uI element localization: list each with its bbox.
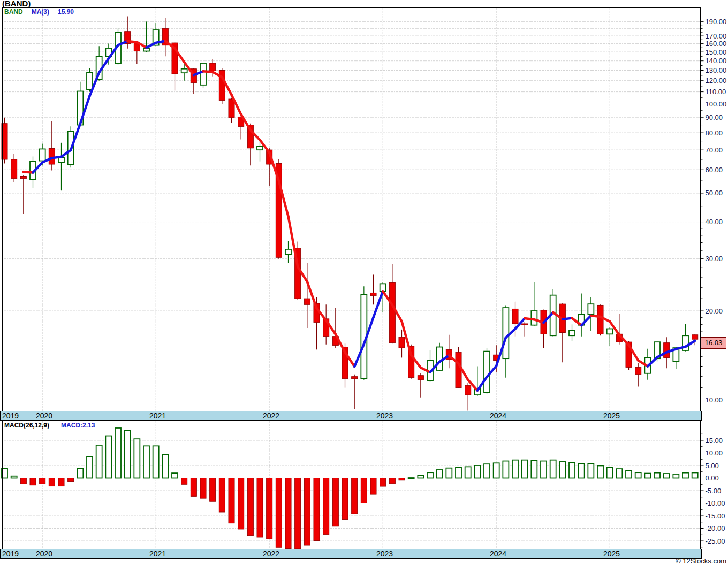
macd-bar-2025-05 [644, 474, 650, 478]
macd-bar-2022-09 [342, 478, 348, 520]
candle-2023-12 [484, 348, 490, 394]
svg-text:-5.00: -5.00 [706, 487, 722, 495]
macd-bar-2022-12 [370, 478, 376, 495]
candle-2023-10 [465, 383, 471, 410]
svg-text:80.00: 80.00 [706, 129, 723, 137]
candle-2022-03 [285, 241, 291, 263]
candle-2019-10 [11, 154, 17, 182]
macd-bar-2019-12 [30, 478, 36, 485]
macd-bar-2021-09 [229, 478, 234, 523]
macd-bar-2020-07 [96, 445, 102, 478]
candle-2025-01 [607, 327, 613, 346]
macd-bar-2019-10 [11, 476, 17, 478]
year-band-top: 2019202020212022202320242025 [1, 411, 702, 421]
macd-bar-2023-01 [380, 478, 386, 487]
macd-bar-2022-04 [295, 478, 301, 549]
macd-bar-2021-08 [219, 478, 225, 512]
macd-bar-2022-08 [332, 478, 338, 526]
macd-bar-2025-07 [664, 474, 670, 478]
svg-text:60.00: 60.00 [706, 166, 723, 174]
price-legend: BANDMA(3)15.90 [4, 8, 74, 16]
macd-bar-2025-06 [654, 473, 660, 478]
svg-text:160.00: 160.00 [706, 40, 727, 48]
macd-bar-2024-06 [541, 461, 547, 478]
macd-bar-2023-04 [408, 478, 414, 478]
candle-2023-06 [427, 350, 433, 382]
macd-bar-2025-03 [626, 471, 632, 478]
svg-text:0.00: 0.00 [706, 474, 719, 482]
macd-bar-2024-09 [569, 462, 575, 478]
candle-2019-11 [20, 175, 26, 214]
svg-text:70.00: 70.00 [706, 146, 723, 154]
svg-text:2022: 2022 [263, 549, 279, 558]
macd-bar-2024-10 [579, 464, 585, 478]
svg-text:50.00: 50.00 [706, 189, 723, 197]
macd-bar-2021-04 [181, 478, 187, 485]
macd-bar-2020-09 [115, 428, 121, 478]
macd-bar-2024-04 [522, 460, 528, 478]
candle-2025-02 [616, 314, 622, 345]
macd-bar-2022-07 [323, 478, 329, 535]
candle-2023-08 [446, 335, 452, 368]
svg-text:2021: 2021 [149, 411, 166, 420]
svg-text:20.00: 20.00 [706, 307, 723, 315]
candle-2020-03 [58, 143, 64, 190]
ma3-line [24, 41, 695, 390]
candle-2023-07 [437, 343, 443, 371]
svg-text:2020: 2020 [36, 549, 52, 558]
macd-bar-2019-11 [20, 478, 26, 484]
ma-value: 15.90 [58, 8, 74, 16]
copyright: © 12Stocks.com [676, 557, 726, 565]
macd-bar-2022-02 [276, 478, 282, 548]
candle-2024-08 [559, 303, 565, 362]
svg-text:2021: 2021 [149, 549, 166, 558]
candle-2024-09 [569, 324, 575, 341]
ma-label: MA(3) [32, 8, 49, 16]
macd-bar-2024-12 [597, 465, 603, 478]
candle-2021-06 [200, 63, 206, 88]
candles [2, 16, 698, 410]
svg-text:2024: 2024 [490, 549, 506, 558]
candle-2024-12 [597, 304, 603, 335]
macd-bar-2020-11 [134, 439, 140, 478]
svg-text:90.00: 90.00 [706, 113, 723, 121]
candle-2024-06 [541, 310, 547, 348]
macd-bar-2020-03 [58, 478, 64, 486]
macd-bar-2021-03 [172, 473, 178, 478]
page-title: (BAND) [2, 0, 31, 8]
macd-bar-2023-03 [399, 478, 405, 480]
macd-bar-2024-01 [494, 463, 499, 478]
symbol-label: BAND [4, 8, 23, 16]
macd-bar-2022-01 [267, 478, 272, 539]
svg-text:-15.00: -15.00 [706, 512, 725, 520]
svg-text:2023: 2023 [376, 411, 393, 420]
macd-bar-2024-03 [512, 460, 518, 478]
svg-text:2025: 2025 [603, 549, 620, 558]
candle-2022-08 [332, 308, 338, 348]
macd-bar-2023-05 [418, 476, 423, 478]
candle-2020-10 [125, 16, 131, 48]
macd-bar-2021-11 [247, 478, 253, 536]
candle-2020-11 [134, 42, 140, 64]
svg-text:120.00: 120.00 [706, 77, 727, 85]
svg-text:10.00: 10.00 [706, 449, 723, 457]
candle-2023-11 [474, 366, 480, 396]
macd-bar-2025-01 [607, 467, 613, 478]
macd-bar-2023-10 [465, 467, 471, 478]
candle-2022-10 [352, 375, 358, 409]
svg-text:190.00: 190.00 [706, 18, 727, 26]
macd-indicator-label: MACD(26,12,9) [4, 422, 49, 429]
macd-bar-2024-08 [559, 462, 565, 478]
candle-2024-11 [588, 297, 594, 331]
price-grid [3, 8, 701, 411]
macd-value-label: MACD:2.13 [61, 422, 95, 429]
svg-text:2019: 2019 [2, 549, 19, 558]
svg-text:2019: 2019 [2, 411, 19, 420]
candle-2021-02 [162, 18, 168, 56]
macd-bar-2023-07 [437, 470, 443, 478]
macd-bar-2023-11 [474, 465, 480, 478]
macd-bar-2025-09 [682, 473, 688, 478]
macd-bar-2023-06 [427, 472, 433, 478]
svg-text:110.00: 110.00 [706, 88, 726, 96]
macd-bar-2021-05 [191, 478, 196, 497]
